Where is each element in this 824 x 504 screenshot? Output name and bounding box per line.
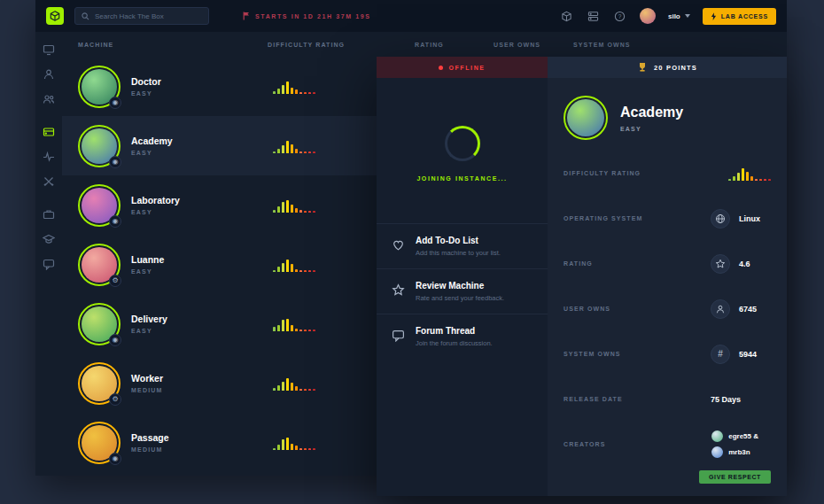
difficulty-sparkline [273, 317, 315, 331]
machine-badge-icon: ◉ [109, 334, 121, 346]
users-icon [43, 93, 55, 105]
action-subtitle: Rate and send your feedback. [416, 294, 504, 302]
machine-badge-icon: ◉ [109, 453, 121, 465]
trophy-icon [637, 62, 648, 73]
field-label: USER OWNS [564, 306, 610, 312]
creator-avatar [711, 430, 723, 442]
field-system-owns: SYSTEM OWNS # 5944 [564, 331, 771, 376]
table-header: MACHINE DIFFICULTY RATING RATING USER OW… [62, 32, 787, 57]
creator-name: egre55 & [728, 432, 758, 440]
sidebar-item-teams[interactable] [35, 87, 62, 112]
modal-actions-pane: OFFLINE JOINING INSTANCE... Add To-Do Li… [377, 57, 548, 496]
offline-dot-icon [439, 66, 443, 70]
briefcase-icon [43, 208, 55, 221]
monitor-icon [43, 43, 55, 56]
graduation-cap-icon [43, 233, 55, 245]
column-header-difficulty-rating: DIFFICULTY RATING [268, 42, 345, 48]
machine-difficulty: EASY [131, 209, 253, 215]
points-label: 20 POINTS [654, 64, 697, 72]
globe-icon [711, 209, 730, 229]
difficulty-sparkline [273, 376, 315, 391]
sidebar-item-jobs[interactable] [35, 202, 62, 227]
sidebar-item-academy[interactable] [35, 227, 62, 252]
user-avatar[interactable] [640, 8, 656, 24]
user-menu[interactable]: silo [668, 12, 690, 20]
machine-difficulty: EASY [131, 328, 253, 334]
help-icon[interactable]: ? [613, 9, 627, 23]
column-header-user-owns: USER OWNS [494, 42, 540, 48]
machine-badge-icon: ⚙ [109, 393, 121, 406]
machine-name: Passage [131, 432, 253, 443]
star-icon [390, 282, 406, 298]
detail-fields: DIFFICULTY RATING OPERATING SYSTEM Linux… [564, 151, 771, 467]
creator-name: mrb3n [728, 448, 750, 456]
creator-link[interactable]: mrb3n [711, 446, 758, 458]
pulse-icon [43, 151, 55, 163]
creator-avatar [711, 446, 723, 458]
machine-badge-icon: ⚙ [109, 275, 121, 287]
system-owns-value: 5944 [739, 350, 771, 359]
creator-link[interactable]: egre55 & [711, 430, 758, 442]
forum-thread-action[interactable]: Forum Thread Join the forum discussion. [377, 314, 548, 359]
detail-avatar [564, 96, 608, 140]
sidebar-item-tracks[interactable] [35, 144, 62, 169]
sidebar-item-battlegrounds[interactable] [35, 169, 62, 194]
search-box[interactable] [74, 7, 209, 25]
column-header-machine: MACHINE [78, 42, 113, 48]
field-creators: CREATORS egre55 & mrb3n [564, 422, 771, 467]
htb-logo[interactable] [46, 7, 64, 25]
field-label: OPERATING SYSTEM [564, 215, 642, 221]
action-title: Review Machine [416, 281, 504, 291]
box-icon[interactable] [560, 9, 574, 23]
action-title: Forum Thread [416, 326, 493, 336]
machines-icon [43, 126, 55, 138]
bolt-icon [711, 12, 717, 20]
machine-avatar: ◉ [78, 66, 120, 108]
machine-name: Luanne [131, 254, 253, 265]
user-icon [711, 299, 730, 319]
machine-name: Laboratory [131, 195, 253, 205]
lab-access-label: LAB ACCESS [721, 13, 768, 19]
field-operating-system: OPERATING SYSTEM Linux [564, 196, 771, 241]
machine-avatar: ⚙ [78, 244, 120, 286]
joining-instance-label: JOINING INSTANCE... [416, 175, 507, 182]
detail-machine-difficulty: EASY [620, 126, 683, 132]
give-respect-button[interactable]: GIVE RESPECT [699, 470, 771, 484]
machine-badge-icon: ◉ [109, 156, 121, 168]
sidebar-item-profile[interactable] [35, 62, 62, 87]
chat-icon [43, 258, 55, 270]
search-icon [82, 12, 89, 20]
hash-icon: # [711, 345, 730, 364]
sidebar-item-dashboard[interactable] [35, 37, 62, 62]
machine-avatar: ◉ [78, 303, 120, 345]
difficulty-sparkline [273, 198, 315, 213]
field-label: RELEASE DATE [564, 396, 623, 402]
countdown-text: STARTS IN 1D 21H 37M 19S [255, 13, 370, 19]
machine-status: OFFLINE [448, 65, 485, 71]
rating-value: 4.6 [739, 260, 771, 268]
user-icon [43, 68, 55, 81]
star-icon [711, 254, 730, 274]
os-value: Linux [739, 214, 771, 223]
heart-icon [390, 236, 406, 252]
servers-icon[interactable] [587, 9, 601, 23]
lab-access-button[interactable]: LAB ACCESS [703, 8, 776, 25]
review-machine-action[interactable]: Review Machine Rate and send your feedba… [377, 268, 548, 314]
release-date-value: 75 Days [711, 395, 741, 404]
flag-icon [243, 12, 250, 20]
search-input[interactable] [95, 12, 202, 20]
sidebar-item-forum[interactable] [35, 252, 62, 276]
points-bar: 20 POINTS [548, 57, 787, 78]
field-release-date: RELEASE DATE 75 Days [564, 376, 771, 422]
sidebar-item-machines[interactable] [35, 120, 62, 144]
detail-difficulty-sparkline [728, 167, 771, 181]
user-owns-value: 6745 [739, 305, 771, 314]
field-user-owns: USER OWNS 6745 [564, 286, 771, 331]
machine-difficulty: EASY [131, 268, 253, 275]
machine-modal: OFFLINE JOINING INSTANCE... Add To-Do Li… [377, 57, 787, 496]
add-todo-action[interactable]: Add To-Do List Add this machine to your … [377, 223, 548, 268]
topbar-right: ? silo LAB ACCESS [560, 8, 776, 25]
machine-difficulty: MEDIUM [131, 387, 253, 393]
machine-name: Doctor [131, 76, 253, 87]
chevron-down-icon [685, 14, 690, 18]
